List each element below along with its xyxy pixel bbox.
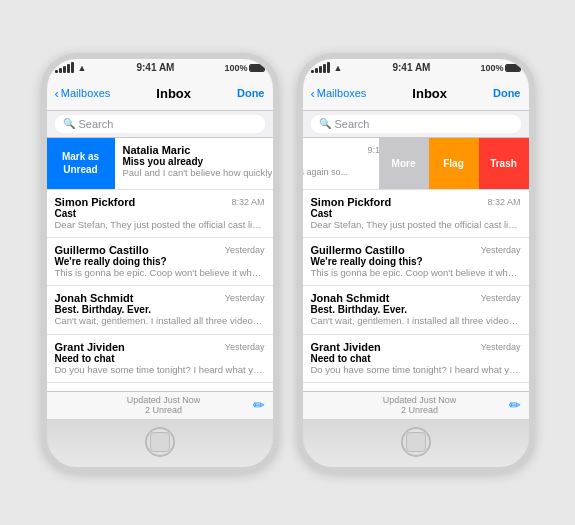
battery-icon-1 <box>249 64 265 72</box>
signal-bar-2-4 <box>323 64 326 73</box>
email-time-2-5: Yesterday <box>481 390 521 391</box>
compose-button-2[interactable]: ✏ <box>509 397 521 413</box>
email-list-1: Mark asUnread Natalia Maric 9:15 AM Miss… <box>47 138 273 391</box>
email-item-3[interactable]: Jonah Schmidt Yesterday Best. Birthday. … <box>47 286 273 334</box>
email-sender-1: Simon Pickford <box>55 196 136 208</box>
trash-action[interactable]: Trash <box>479 138 529 189</box>
email-preview-3: Can't wait, gentlemen. I installed all t… <box>55 315 265 327</box>
email-item-2[interactable]: Guillermo Castillo Yesterday We're reall… <box>47 238 273 286</box>
email-sender-4: Grant Jividen <box>55 341 125 353</box>
nav-back-label-1[interactable]: Mailboxes <box>61 87 111 99</box>
status-time-2: 9:41 AM <box>392 62 430 73</box>
email-item-swiped-2[interactable]: Natalia Maric 9:15 AM Miss you already .… <box>303 138 529 190</box>
battery-fill-2 <box>506 65 520 71</box>
mark-unread-action[interactable]: Mark asUnread <box>47 138 115 189</box>
email-item-2-1[interactable]: Simon Pickford 8:32 AM Cast Dear Stefan,… <box>303 190 529 238</box>
email-time-1: 8:32 AM <box>231 197 264 207</box>
email-item-2-3[interactable]: Jonah Schmidt Yesterday Best. Birthday. … <box>303 286 529 334</box>
home-button-1[interactable] <box>145 427 175 457</box>
signal-bar-2-3 <box>319 66 322 73</box>
email-subject-2-1: Cast <box>311 208 521 219</box>
signal-bar-2 <box>59 68 62 73</box>
home-button-2[interactable] <box>401 427 431 457</box>
email-header-3: Jonah Schmidt Yesterday <box>55 292 265 304</box>
email-item-5[interactable]: Amir Assadi Yesterday <box>47 383 273 391</box>
footer-2: Updated Just Now 2 Unread ✏ <box>303 391 529 419</box>
back-chevron-1: ‹ <box>55 86 59 101</box>
flag-label: Flag <box>443 158 464 169</box>
email-item-swiped[interactable]: Mark asUnread Natalia Maric 9:15 AM Miss… <box>47 138 273 190</box>
email-header-2-4: Grant Jividen Yesterday <box>311 341 521 353</box>
email-subject-1: Cast <box>55 208 265 219</box>
email-subject-2-3: Best. Birthday. Ever. <box>311 304 521 315</box>
wifi-icon-2: ▲ <box>334 63 343 73</box>
search-icon-2: 🔍 <box>319 118 331 129</box>
search-input-2[interactable]: 🔍 Search <box>311 115 521 133</box>
nav-done-2[interactable]: Done <box>493 87 521 99</box>
phones-container: ▲ 9:41 AM 100% ‹ Mailboxes Inbox Done 🔍 <box>41 53 535 473</box>
email-subject-2-2: We're really doing this? <box>311 256 521 267</box>
search-icon-1: 🔍 <box>63 118 75 129</box>
email-header-2-3: Jonah Schmidt Yesterday <box>311 292 521 304</box>
phone-1: ▲ 9:41 AM 100% ‹ Mailboxes Inbox Done 🔍 <box>41 53 279 473</box>
search-bar-2: 🔍 Search <box>303 111 529 138</box>
email-subject-4: Need to chat <box>55 353 265 364</box>
email-preview-2: This is gonna be epic. Coop won't believ… <box>55 267 265 279</box>
search-placeholder-1: Search <box>79 118 114 130</box>
email-item-4[interactable]: Grant Jividen Yesterday Need to chat Do … <box>47 335 273 383</box>
signal-bars-2 <box>311 62 330 73</box>
search-placeholder-2: Search <box>335 118 370 130</box>
email-header-5: Amir Assadi Yesterday <box>55 389 265 391</box>
email-item-1[interactable]: Simon Pickford 8:32 AM Cast Dear Stefan,… <box>47 190 273 238</box>
footer-text-1: Updated Just Now 2 Unread <box>75 395 253 415</box>
wifi-icon: ▲ <box>78 63 87 73</box>
phone-bottom-1 <box>47 419 273 467</box>
email-time-2-3: Yesterday <box>481 293 521 303</box>
email-time-2-2: Yesterday <box>481 245 521 255</box>
nav-done-1[interactable]: Done <box>237 87 265 99</box>
signal-bar-5 <box>71 62 74 73</box>
search-input-1[interactable]: 🔍 Search <box>55 115 265 133</box>
email-item-2-4[interactable]: Grant Jividen Yesterday Need to chat Do … <box>303 335 529 383</box>
footer-updated-1: Updated Just Now <box>75 395 253 405</box>
nav-title-2: Inbox <box>412 86 447 101</box>
email-time-2: Yesterday <box>225 245 265 255</box>
more-label: More <box>392 158 416 169</box>
email-item-content-swiped: Natalia Maric 9:15 AM Miss you already P… <box>115 138 273 189</box>
mark-unread-label: Mark asUnread <box>62 150 99 176</box>
footer-updated-2: Updated Just Now <box>331 395 509 405</box>
nav-back-2[interactable]: ‹ Mailboxes <box>311 86 367 101</box>
signal-bar-4 <box>67 64 70 73</box>
compose-button-1[interactable]: ✏ <box>253 397 265 413</box>
nav-back-1[interactable]: ‹ Mailboxes <box>55 86 111 101</box>
footer-text-2: Updated Just Now 2 Unread <box>331 395 509 415</box>
flag-action[interactable]: Flag <box>429 138 479 189</box>
email-header-2-1: Simon Pickford 8:32 AM <box>311 196 521 208</box>
battery-pct-2: 100% <box>480 63 503 73</box>
email-header-4: Grant Jividen Yesterday <box>55 341 265 353</box>
phone-2: ▲ 9:41 AM 100% ‹ Mailboxes Inbox Done 🔍 <box>297 53 535 473</box>
signal-bar-2-1 <box>311 70 314 73</box>
status-bar-1: ▲ 9:41 AM 100% <box>47 59 273 77</box>
battery-1: 100% <box>224 63 264 73</box>
battery-pct-1: 100% <box>224 63 247 73</box>
email-time-4: Yesterday <box>225 342 265 352</box>
email-item-2-2[interactable]: Guillermo Castillo Yesterday We're reall… <box>303 238 529 286</box>
email-item-2-5[interactable]: Amir Assadi Yesterday <box>303 383 529 391</box>
signal-bar-2-5 <box>327 62 330 73</box>
back-chevron-2: ‹ <box>311 86 315 101</box>
email-sender-2-3: Jonah Schmidt <box>311 292 390 304</box>
nav-back-label-2[interactable]: Mailboxes <box>317 87 367 99</box>
email-preview-4: Do you have some time tonight? I heard w… <box>55 364 265 376</box>
battery-2: 100% <box>480 63 520 73</box>
email-preview-0: Paul and I can't believe how quickly the… <box>123 167 273 179</box>
email-preview-2-3: Can't wait, gentlemen. I installed all t… <box>311 315 521 327</box>
email-time-2-4: Yesterday <box>481 342 521 352</box>
email-subject-2: We're really doing this? <box>55 256 265 267</box>
email-subject-0: Miss you already <box>123 156 273 167</box>
more-action[interactable]: More <box>379 138 429 189</box>
email-sender-3: Jonah Schmidt <box>55 292 134 304</box>
email-list-2: Natalia Maric 9:15 AM Miss you already .… <box>303 138 529 391</box>
trash-label: Trash <box>490 158 517 169</box>
status-left: ▲ <box>55 62 87 73</box>
